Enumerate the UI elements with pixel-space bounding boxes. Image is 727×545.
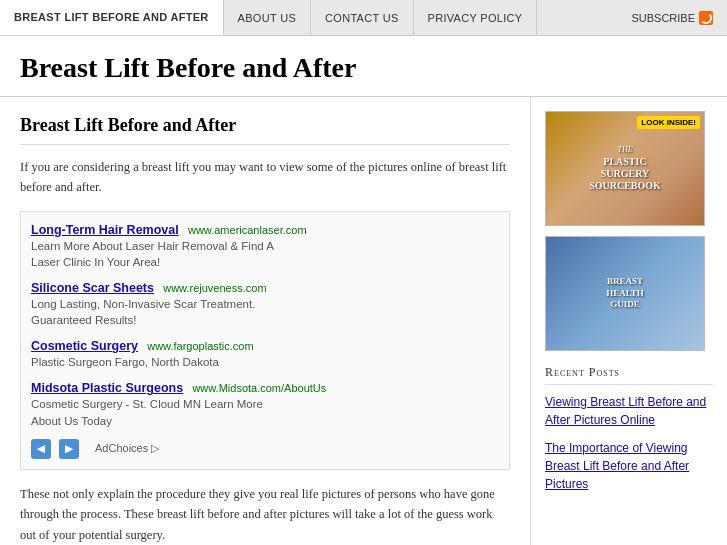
subscribe-label: Subscribe xyxy=(631,12,695,24)
sidebar-book-1[interactable]: LOOK INSIDE! THE PLASTICSURGERYSOURCEBOO… xyxy=(545,111,705,226)
ad-item-4: Midsota Plastic Surgeons www.Midsota.com… xyxy=(31,380,499,428)
ad-choices-label[interactable]: AdChoices ▷ xyxy=(95,442,159,455)
recent-post-2[interactable]: The Importance of Viewing Breast Lift Be… xyxy=(545,439,713,493)
ad-1-title[interactable]: Long-Term Hair Removal xyxy=(31,223,179,237)
recent-post-1[interactable]: Viewing Breast Lift Before and After Pic… xyxy=(545,393,713,429)
content-area: Breast Lift Before and After If you are … xyxy=(0,97,531,545)
ad-1-url: www.americanlaser.com xyxy=(188,224,307,236)
ad-prev-button[interactable]: ◀ xyxy=(31,439,51,459)
subscribe-area[interactable]: Subscribe xyxy=(617,11,727,25)
ad-2-header: Silicone Scar Sheets www.rejuveness.com xyxy=(31,280,499,296)
ad-1-desc-2: Laser Clinic In Your Area! xyxy=(31,254,499,270)
ad-2-desc-1: Long Lasting, Non-Invasive Scar Treatmen… xyxy=(31,296,499,312)
look-inside-badge-1: LOOK INSIDE! xyxy=(637,116,700,129)
ad-4-header: Midsota Plastic Surgeons www.Midsota.com… xyxy=(31,380,499,396)
ad-3-url: www.fargoplastic.com xyxy=(147,340,253,352)
page-heading: Breast Lift Before and After xyxy=(20,115,510,145)
book-1-title: THE PLASTICSURGERYSOURCEBOOK xyxy=(585,141,665,196)
ad-item-2: Silicone Scar Sheets www.rejuveness.com … xyxy=(31,280,499,328)
ad-2-desc-2: Guaranteed Results! xyxy=(31,312,499,328)
ad-footer: ◀ ▶ AdChoices ▷ xyxy=(31,439,499,459)
main-layout: Breast Lift Before and After If you are … xyxy=(0,97,727,545)
ad-1-desc-1: Learn More About Laser Hair Removal & Fi… xyxy=(31,238,499,254)
ad-next-button[interactable]: ▶ xyxy=(59,439,79,459)
sidebar: LOOK INSIDE! THE PLASTICSURGERYSOURCEBOO… xyxy=(531,97,727,545)
top-navigation: Breast Lift Before and After About Us Co… xyxy=(0,0,727,36)
ad-4-title[interactable]: Midsota Plastic Surgeons xyxy=(31,381,183,395)
site-title: Breast Lift Before and After xyxy=(20,52,707,84)
ad-item-3: Cosmetic Surgery www.fargoplastic.com Pl… xyxy=(31,338,499,370)
nav-item-privacy[interactable]: Privacy Policy xyxy=(414,0,538,35)
ad-4-desc-1: Cosmetic Surgery - St. Cloud MN Learn Mo… xyxy=(31,396,499,412)
ad-4-url: www.Midsota.com/AboutUs xyxy=(192,382,326,394)
ad-3-desc-1: Plastic Surgeon Fargo, North Dakota xyxy=(31,354,499,370)
ad-1-header: Long-Term Hair Removal www.americanlaser… xyxy=(31,222,499,238)
ad-item-1: Long-Term Hair Removal www.americanlaser… xyxy=(31,222,499,270)
ad-3-title[interactable]: Cosmetic Surgery xyxy=(31,339,138,353)
ad-block: Long-Term Hair Removal www.americanlaser… xyxy=(20,211,510,470)
ad-4-desc-2: About Us Today xyxy=(31,413,499,429)
site-title-area: Breast Lift Before and After xyxy=(0,36,727,97)
intro-paragraph: If you are considering a breast lift you… xyxy=(20,157,510,197)
nav-item-breast-lift[interactable]: Breast Lift Before and After xyxy=(0,0,224,35)
ad-2-url: www.rejuveness.com xyxy=(163,282,266,294)
nav-item-about[interactable]: About Us xyxy=(224,0,311,35)
rss-icon xyxy=(699,11,713,25)
sidebar-book-2[interactable]: BREASTHEALTHGUIDE xyxy=(545,236,705,351)
book-2-title: BREASTHEALTHGUIDE xyxy=(602,272,648,315)
nav-item-contact[interactable]: Contact Us xyxy=(311,0,414,35)
ad-3-header: Cosmetic Surgery www.fargoplastic.com xyxy=(31,338,499,354)
body-paragraph: These not only explain the procedure the… xyxy=(20,484,510,545)
ad-2-title[interactable]: Silicone Scar Sheets xyxy=(31,281,154,295)
recent-posts-title: Recent Posts xyxy=(545,365,713,385)
